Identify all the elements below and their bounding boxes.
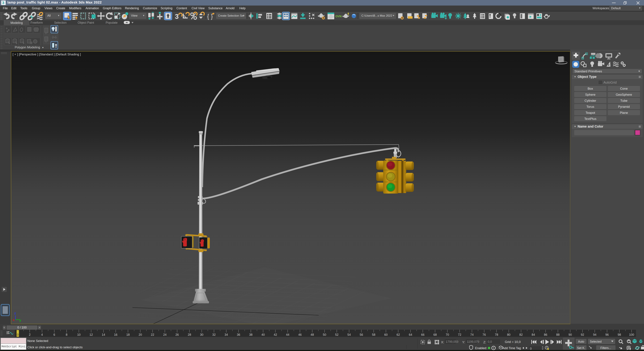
svg-text:48: 48: [310, 333, 314, 336]
svg-text:36: 36: [237, 333, 240, 336]
svg-text:92: 92: [581, 333, 584, 336]
svg-text:8: 8: [66, 333, 68, 336]
svg-text:Grid = 10,0: Grid = 10,0: [505, 340, 521, 343]
svg-text:76: 76: [482, 333, 486, 336]
svg-text:z: z: [14, 311, 16, 315]
svg-text:66: 66: [421, 333, 424, 336]
svg-text:1799,059: 1799,059: [446, 340, 458, 343]
svg-text:98: 98: [618, 333, 621, 336]
svg-text:52: 52: [335, 333, 338, 336]
svg-text:80: 80: [507, 333, 510, 336]
svg-text:90: 90: [568, 333, 572, 336]
svg-text:68: 68: [433, 333, 437, 336]
svg-text:Selected: Selected: [590, 340, 602, 343]
svg-text:22: 22: [151, 333, 154, 336]
svg-text:56: 56: [360, 333, 363, 336]
svg-text:Set K.: Set K.: [577, 346, 585, 350]
svg-text:70: 70: [446, 333, 449, 336]
svg-text:1: 1: [493, 347, 494, 349]
svg-text:10: 10: [77, 333, 80, 336]
svg-text:96: 96: [605, 333, 608, 336]
svg-text:30: 30: [200, 333, 204, 336]
svg-text:Auto: Auto: [578, 340, 584, 343]
svg-text:3: 3: [2, 1, 4, 5]
svg-text:Z:: Z:: [483, 340, 486, 344]
svg-text:62: 62: [396, 333, 400, 336]
svg-text:18: 18: [126, 333, 130, 336]
svg-text:6: 6: [54, 333, 55, 336]
svg-text:Filters...: Filters...: [600, 346, 611, 350]
svg-text:64: 64: [409, 333, 412, 336]
svg-text:0,0: 0,0: [488, 340, 492, 343]
svg-text:x: x: [12, 318, 14, 322]
svg-text:88: 88: [556, 333, 560, 336]
svg-text:74: 74: [470, 333, 474, 336]
svg-text:X:: X:: [441, 340, 444, 344]
svg-text:24: 24: [163, 333, 166, 336]
svg-text:54: 54: [347, 333, 351, 336]
svg-text:0: 0: [17, 333, 18, 336]
svg-text:86: 86: [544, 333, 547, 336]
svg-text:Y:: Y:: [462, 340, 465, 344]
svg-text:14: 14: [102, 333, 105, 336]
svg-text:12: 12: [90, 333, 93, 336]
svg-text:78: 78: [495, 333, 498, 336]
svg-text:44: 44: [286, 333, 289, 336]
svg-text:34: 34: [224, 333, 228, 336]
svg-text:0: 0: [530, 347, 532, 350]
svg-text:OVN: OVN: [336, 15, 342, 18]
svg-text:2: 2: [29, 333, 30, 336]
svg-text:40: 40: [262, 333, 265, 336]
svg-text:Enabled:: Enabled:: [475, 346, 487, 350]
svg-text:16: 16: [114, 333, 118, 336]
svg-text:26: 26: [176, 333, 179, 336]
svg-text:28: 28: [188, 333, 191, 336]
svg-text:{ }: { }: [207, 13, 213, 20]
svg-text:3: 3: [175, 13, 178, 20]
svg-text:46: 46: [298, 333, 302, 336]
svg-text:60: 60: [384, 333, 388, 336]
svg-text:50: 50: [323, 333, 326, 336]
svg-text:4: 4: [41, 333, 43, 336]
svg-text:100: 100: [629, 333, 634, 336]
svg-text:y: y: [19, 318, 21, 322]
svg-text:32: 32: [212, 333, 216, 336]
svg-text:94: 94: [593, 333, 596, 336]
svg-text:42: 42: [274, 333, 277, 336]
svg-text:82: 82: [520, 333, 523, 336]
svg-text:72: 72: [458, 333, 461, 336]
svg-text:Add Time Tag: Add Time Tag: [502, 346, 521, 350]
svg-text:20: 20: [138, 333, 142, 336]
svg-text:38: 38: [249, 333, 252, 336]
svg-text:1199,079: 1199,079: [467, 340, 479, 343]
svg-text:58: 58: [372, 333, 375, 336]
svg-text:84: 84: [532, 333, 535, 336]
